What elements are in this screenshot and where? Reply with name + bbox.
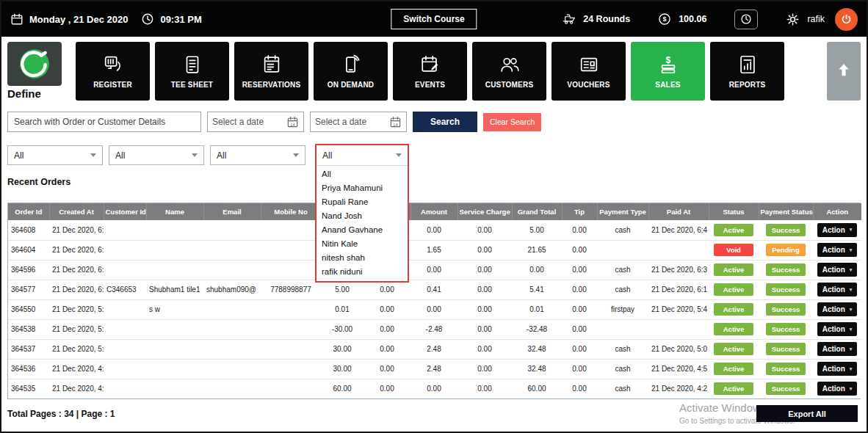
table-cell: 0.00: [457, 240, 512, 260]
column-header: Tip: [562, 203, 597, 220]
table-cell: 21 Dec 2020, 5:4: [648, 299, 709, 319]
action-button[interactable]: Action▾: [817, 362, 858, 376]
action-button[interactable]: Action▾: [817, 223, 858, 237]
table-cell: 0.00: [562, 319, 597, 339]
date-to-field[interactable]: Select a date 14: [310, 112, 407, 132]
dropdown-option[interactable]: nitesh shah: [317, 251, 408, 265]
search-input[interactable]: [7, 112, 201, 132]
action-button[interactable]: Action▾: [817, 382, 858, 396]
orders-table: Order IdCreated AtCustomer IdNameEmailMo…: [8, 203, 861, 399]
customer-dropdown-list: AllPriya MahamuniRupali RaneNand JoshAna…: [317, 166, 408, 281]
table-cell: 21 Dec 2020, 6:3: [49, 260, 104, 280]
scroll-up-button[interactable]: [827, 42, 861, 101]
date-from-field[interactable]: Select a date 14: [207, 112, 304, 132]
nav-tile-register[interactable]: REGISTER: [76, 42, 150, 101]
action-button[interactable]: Action▾: [817, 342, 858, 356]
chevron-down-icon: ▾: [850, 287, 853, 293]
table-cell: 0.01: [321, 299, 364, 319]
date-from-placeholder: Select a date: [212, 117, 264, 127]
nav-tile-vouchers[interactable]: VOUCHERS: [551, 42, 626, 101]
table-cell: 0.00: [562, 260, 597, 280]
table-cell: Success: [759, 339, 813, 359]
dropdown-value: All: [322, 150, 332, 161]
brand-label: Define: [7, 87, 70, 100]
table-cell: Shubham1 tile1: [146, 280, 203, 299]
clear-search-button[interactable]: Clear Search: [483, 113, 541, 131]
barcode-scanner-icon: [102, 54, 124, 76]
table-cell: [104, 359, 146, 379]
table-cell: 0.00: [457, 260, 512, 280]
nav-tile-events[interactable]: EVENTS: [393, 42, 467, 101]
dropdown-option[interactable]: rafik niduni: [317, 265, 408, 279]
nav-tile-reports[interactable]: REPORTS: [710, 42, 784, 101]
filter-dropdown-1[interactable]: All: [7, 145, 103, 165]
table-cell: 2.48: [411, 339, 457, 359]
nav-tile-reservations[interactable]: RESERVATIONS: [234, 42, 308, 101]
table-cell: Success: [759, 359, 813, 379]
table-cell: [104, 220, 146, 240]
switch-course-button[interactable]: Switch Course: [391, 9, 477, 29]
table-cell: [203, 339, 261, 359]
action-button[interactable]: Action▾: [817, 322, 858, 336]
column-header: Status: [709, 203, 759, 220]
dropdown-option[interactable]: Nand Josh: [317, 209, 408, 223]
action-button[interactable]: Action▾: [817, 302, 858, 316]
column-header: Payment Type: [597, 203, 648, 220]
nav-tile-on-demand[interactable]: ON DEMAND: [314, 42, 388, 101]
column-header: Customer Id: [104, 203, 146, 220]
table-cell: 0.00: [364, 280, 411, 299]
table-cell: -30.00: [321, 319, 364, 339]
filter-dropdown-3[interactable]: All: [210, 145, 305, 165]
dropdown-option[interactable]: All: [317, 167, 408, 181]
action-button[interactable]: Action▾: [817, 243, 858, 257]
nav-tile-tee-sheet[interactable]: TEE SHEET: [155, 42, 229, 101]
table-cell: Action▾: [813, 379, 861, 399]
sales-icon: $: [657, 54, 679, 76]
table-cell: [597, 240, 648, 260]
gear-icon[interactable]: [786, 12, 800, 26]
dropdown-option[interactable]: Priya Mahamuni: [317, 181, 408, 195]
search-button[interactable]: Search: [413, 112, 477, 132]
nav-tile-sales[interactable]: $SALES: [631, 42, 705, 101]
nav-tile-customers[interactable]: CUSTOMERS: [472, 42, 546, 101]
nav-tile-label: REGISTER: [93, 81, 132, 89]
dropdown-option[interactable]: Anand Gavhane: [317, 223, 408, 237]
chevron-down-icon: [396, 153, 402, 157]
dropdown-option[interactable]: Nitin Kale: [317, 237, 408, 251]
table-cell: 21 Dec 2020, 4:5: [648, 359, 709, 379]
table-cell: Active: [709, 339, 759, 359]
table-cell: 364596: [8, 260, 49, 280]
table-cell: 0.00: [562, 379, 597, 399]
table-cell: Success: [759, 319, 813, 339]
table-cell: 0.00: [562, 339, 597, 359]
action-button[interactable]: Action▾: [817, 283, 858, 296]
dropdown-option[interactable]: Rupali Rane: [317, 195, 408, 209]
table-cell: Success: [759, 260, 813, 280]
table-cell: [146, 379, 203, 399]
username: rafik: [807, 14, 825, 24]
brand-logo[interactable]: [7, 42, 62, 86]
payment-status-badge: Success: [766, 303, 806, 316]
table-cell: Active: [709, 280, 759, 299]
export-all-button[interactable]: Export All: [756, 405, 858, 422]
balance-amount: 100.06: [679, 14, 706, 24]
reservations-icon: [261, 54, 283, 76]
table-cell: cash: [597, 220, 648, 240]
table-cell: shubham090@: [203, 280, 261, 299]
table-cell: [104, 299, 146, 319]
table-cell: 30.00: [321, 339, 364, 359]
filter-dropdown-2[interactable]: All: [109, 145, 204, 165]
power-button[interactable]: [835, 8, 858, 31]
table-cell: 32.48: [512, 339, 562, 359]
table-cell: [648, 240, 709, 260]
action-button[interactable]: Action▾: [817, 263, 858, 277]
history-clock-button[interactable]: [734, 10, 758, 29]
table-cell: Active: [709, 260, 759, 280]
table-cell: Success: [759, 299, 813, 319]
table-row: 36459621 Dec 2020, 6:30.000.000.000.00ca…: [8, 260, 861, 280]
customer-filter-dropdown[interactable]: All: [317, 145, 408, 166]
table-cell: [203, 260, 261, 280]
clock-icon: [141, 12, 154, 26]
table-cell: firstpay: [597, 299, 648, 319]
footer: Total Pages : 34 | Page : 1 Activate Win…: [7, 404, 861, 430]
